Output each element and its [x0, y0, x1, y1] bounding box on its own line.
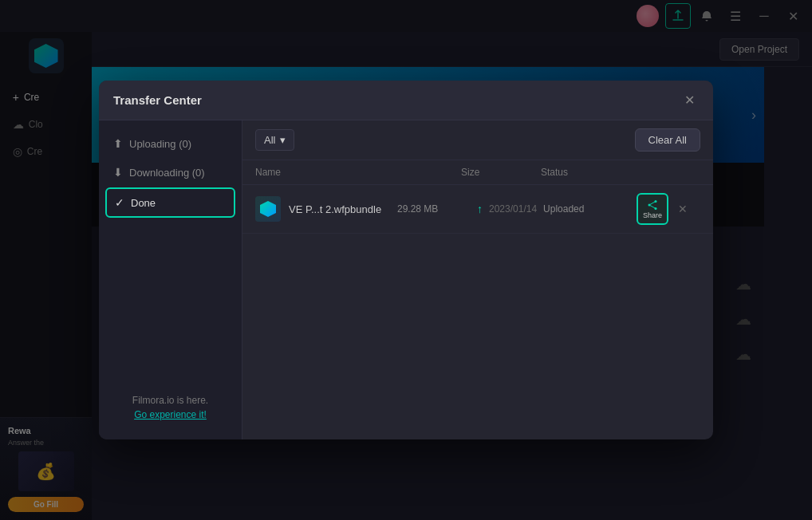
svg-line-4 [649, 205, 656, 209]
download-nav-icon: ⬇ [113, 166, 123, 179]
done-nav-icon: ✓ [115, 196, 124, 209]
table-header: Name Size Status [242, 160, 713, 185]
col-size-header: Size [461, 167, 541, 178]
filter-arrow-icon: ▾ [280, 134, 286, 146]
delete-button[interactable]: ✕ [672, 198, 694, 220]
transfer-center-modal: Transfer Center ✕ ⬆ Uploading (0) ⬇ Down… [99, 81, 713, 439]
modal-close-button[interactable]: ✕ [680, 91, 699, 110]
file-icon-inner [260, 201, 276, 217]
col-name-header: Name [255, 167, 281, 178]
app-wrapper: ☰ ─ ✕ + Cre ☁ Clo ◎ Cre Rewa Answer t [0, 0, 812, 520]
modal-overlay: Transfer Center ✕ ⬆ Uploading (0) ⬇ Down… [0, 0, 812, 520]
modal-header: Transfer Center ✕ [99, 81, 713, 120]
file-status: ↑ 2023/01/14 Uploaded [477, 203, 637, 215]
close-icon: ✕ [684, 93, 695, 108]
status-text: Uploaded [543, 203, 584, 215]
filter-select[interactable]: All ▾ [255, 129, 294, 151]
file-actions: Share ✕ [637, 193, 700, 225]
file-name: VE P...t 2.wfpbundle [289, 203, 381, 215]
modal-title: Transfer Center [113, 93, 202, 107]
modal-sidebar: ⬆ Uploading (0) ⬇ Downloading (0) ✓ Done… [99, 120, 242, 439]
downloading-label: Downloading (0) [129, 167, 205, 179]
upload-nav-icon: ⬆ [113, 137, 123, 150]
experience-link[interactable]: Go experience it! [112, 409, 229, 420]
modal-main: All ▾ Clear All Name Size [242, 120, 713, 439]
file-size: 29.28 MB [397, 203, 477, 215]
modal-nav-uploading[interactable]: ⬆ Uploading (0) [105, 130, 235, 157]
share-button[interactable]: Share [637, 193, 668, 225]
uploading-label: Uploading (0) [129, 138, 191, 150]
modal-nav-downloading[interactable]: ⬇ Downloading (0) [105, 159, 235, 186]
file-icon [255, 196, 281, 222]
modal-body: ⬆ Uploading (0) ⬇ Downloading (0) ✓ Done… [99, 120, 713, 439]
clear-all-button[interactable]: Clear All [635, 128, 700, 152]
modal-sidebar-footer: Filmora.io is here. Go experience it! [105, 385, 235, 430]
filter-value: All [264, 134, 275, 146]
status-arrow-icon: ↑ [477, 203, 483, 215]
svg-line-3 [649, 201, 656, 205]
modal-toolbar: All ▾ Clear All [242, 120, 713, 160]
done-label: Done [131, 197, 156, 209]
filmora-note: Filmora.io is here. [112, 395, 229, 406]
table-row: VE P...t 2.wfpbundle 29.28 MB ↑ 2023/01/… [242, 185, 713, 234]
col-status-header: Status [541, 167, 700, 178]
share-label: Share [643, 211, 662, 219]
status-date: 2023/01/14 [489, 203, 537, 215]
delete-icon: ✕ [678, 203, 688, 215]
modal-nav-done[interactable]: ✓ Done [105, 187, 235, 218]
